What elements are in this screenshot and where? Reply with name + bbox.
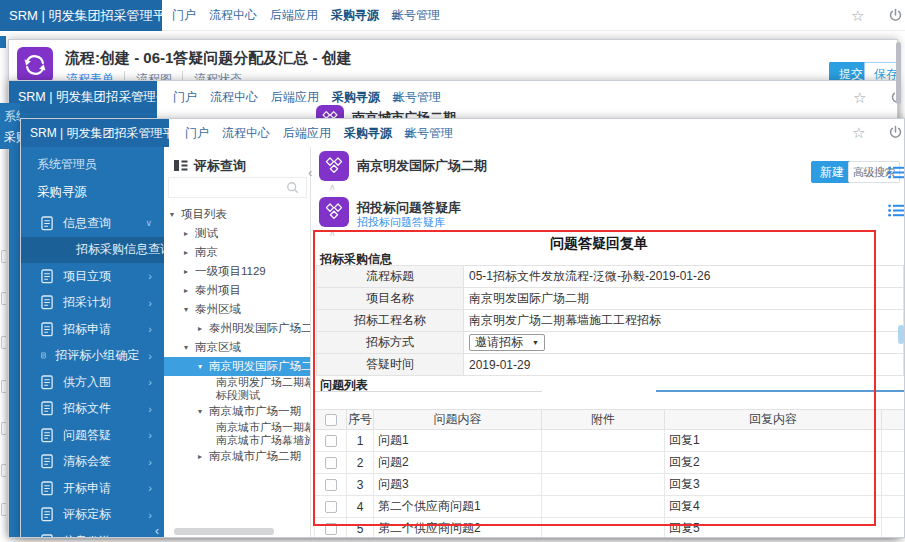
sidebar-module[interactable]: 采购寻源 bbox=[37, 184, 164, 201]
tree-caret-icon[interactable]: ▾ bbox=[184, 305, 195, 314]
tree-search-input[interactable] bbox=[168, 177, 307, 198]
sidebar-menu-item[interactable]: 信息发送 › bbox=[21, 528, 164, 538]
tree-node[interactable]: ▸南京城市广场二期 bbox=[164, 447, 311, 466]
row-checkbox[interactable] bbox=[325, 479, 337, 491]
list-view-icon[interactable] bbox=[888, 166, 904, 179]
row-checkbox[interactable] bbox=[325, 523, 337, 535]
nav-item[interactable]: 采购寻源 bbox=[331, 7, 379, 24]
question-content: 问题1 bbox=[374, 430, 542, 452]
row-checkbox[interactable] bbox=[325, 457, 337, 469]
table-header-cell: 序号 bbox=[347, 410, 374, 430]
sidebar-menu-item[interactable]: 问题答疑 › bbox=[21, 422, 164, 449]
menu-icon[interactable]: ≡ bbox=[404, 125, 413, 142]
tree-caret-icon[interactable]: ▾ bbox=[198, 407, 209, 416]
sidebar-collapse-icon[interactable]: ‹ bbox=[155, 524, 159, 538]
tree-node[interactable]: 标段测试 bbox=[164, 389, 311, 402]
sidebar-item-label: 招评标小组确定 bbox=[55, 347, 139, 364]
tree-node[interactable]: 南京城市广场幕墙施工0311 bbox=[164, 434, 311, 447]
sidebar-menu-item[interactable]: 招标文件 › bbox=[21, 396, 164, 423]
power-icon[interactable] bbox=[888, 125, 903, 140]
new-button[interactable]: 新建 bbox=[811, 161, 853, 183]
sidebar-menu-item[interactable]: 清标会签 › bbox=[21, 449, 164, 476]
chevron-icon: › bbox=[148, 482, 152, 494]
tree-caret-icon[interactable]: ▾ bbox=[170, 210, 181, 219]
tree-node[interactable]: ▸泰州项目 bbox=[164, 281, 311, 300]
project-tree: ▾项目列表 ▸测试 ▸南京 ▸一级项目1129 ▸泰州项 bbox=[164, 205, 311, 466]
vertical-scrollbar[interactable] bbox=[896, 42, 901, 104]
tree-node[interactable]: 南京明发广场二期幕墙施工 bbox=[164, 376, 311, 389]
menu-icon[interactable]: ≡ bbox=[392, 89, 401, 106]
list-view-icon[interactable] bbox=[888, 204, 904, 217]
tree-node[interactable]: ▸测试 bbox=[164, 224, 311, 243]
favorite-icon[interactable]: ☆ bbox=[851, 7, 864, 25]
sidebar-menu-item[interactable]: 开标申请 › bbox=[21, 475, 164, 502]
sidebar-menu-item[interactable]: 招评标小组确定 › bbox=[21, 343, 164, 370]
document-icon bbox=[41, 534, 54, 538]
tree-node[interactable]: ▾南京区域 bbox=[164, 338, 311, 357]
favorite-icon[interactable]: ☆ bbox=[853, 89, 866, 107]
field-value[interactable]: 05-1招标文件发放流程-泛微-孙毅-2019-01-26▼ bbox=[469, 268, 710, 285]
row-number: 2 bbox=[347, 452, 374, 474]
nav-item[interactable]: 采购寻源 bbox=[332, 89, 380, 106]
tree-caret-icon[interactable]: ▸ bbox=[198, 324, 209, 333]
tree-caret-icon[interactable]: ▸ bbox=[198, 452, 209, 461]
row-select-cell bbox=[315, 430, 347, 452]
qa-library-link[interactable]: 招投标问题答疑库 bbox=[357, 215, 445, 230]
tree-node[interactable]: ▾泰州区域 bbox=[164, 300, 311, 319]
row-checkbox[interactable] bbox=[325, 435, 337, 447]
sidebar-menu-item[interactable]: 评标定标 › bbox=[21, 502, 164, 529]
row-extra bbox=[882, 496, 905, 518]
tree-caret-icon[interactable]: ▸ bbox=[184, 248, 195, 257]
nav-item[interactable]: 门户 bbox=[185, 125, 209, 142]
row-checkbox[interactable] bbox=[325, 501, 337, 513]
tree-node[interactable]: ▾南京城市广场一期 bbox=[164, 402, 311, 421]
field-value[interactable]: 南京明发国际广场二期▼ bbox=[469, 290, 589, 307]
nav-item[interactable]: 后端应用 bbox=[270, 7, 318, 24]
tree-node-label: 南京明发国际广场二期 bbox=[209, 359, 311, 374]
sidebar-menu-item[interactable]: 项目立项 › bbox=[21, 263, 164, 290]
field-label: 招标方式 bbox=[317, 332, 464, 353]
sidebar-menu-item[interactable]: 招标采购信息查询 bbox=[21, 237, 164, 264]
tree-node[interactable]: ▸泰州明发国际广场二期 bbox=[164, 319, 311, 338]
tree-node[interactable]: ▸南京 bbox=[164, 243, 311, 262]
tree-caret-icon[interactable]: ▾ bbox=[184, 343, 195, 352]
field-value[interactable]: 南京明发广场二期幕墙施工工程招标▼ bbox=[469, 312, 661, 329]
sidebar-menu-item[interactable]: 信息查询 ∨ bbox=[21, 210, 164, 237]
menu-icon[interactable]: ≡ bbox=[391, 7, 400, 24]
nav-item[interactable]: 后端应用 bbox=[283, 125, 331, 142]
power-icon[interactable] bbox=[888, 8, 903, 23]
nav-item[interactable]: 门户 bbox=[172, 7, 196, 24]
horizontal-scrollbar[interactable] bbox=[174, 528, 274, 535]
tree-caret-icon[interactable]: ▸ bbox=[184, 267, 195, 276]
nav-item[interactable]: 采购寻源 bbox=[344, 125, 392, 142]
sidebar-menu-item[interactable]: 招标申请 › bbox=[21, 316, 164, 343]
nav-item[interactable]: 门户 bbox=[173, 89, 197, 106]
tree-caret-icon[interactable]: ▸ bbox=[184, 229, 195, 238]
workflow-title: 流程:创建 - 06-1答疑问题分配及汇总 - 创建 bbox=[65, 49, 352, 68]
collapse-caret-icon[interactable]: ∧ bbox=[329, 182, 336, 192]
nav-item[interactable]: 流程中心 bbox=[222, 125, 270, 142]
tree-node[interactable]: ▸一级项目1129 bbox=[164, 262, 311, 281]
form-scrollbar-thumb[interactable] bbox=[898, 325, 904, 344]
reply-content: 回复3 bbox=[665, 474, 882, 496]
select-arrow-icon: ▼ bbox=[532, 339, 539, 346]
sidebar-item-label: 信息查询 bbox=[63, 215, 111, 232]
panel-collapse-icon[interactable]: ‹ bbox=[308, 165, 312, 180]
tree-node[interactable]: 南京城市广场一期幕墙施工 bbox=[164, 421, 311, 434]
nav-item[interactable]: 流程中心 bbox=[210, 89, 258, 106]
tree-caret-icon[interactable]: ▾ bbox=[198, 362, 209, 371]
nav-item[interactable]: 流程中心 bbox=[209, 7, 257, 24]
field-value[interactable]: 2019-01-29▼ bbox=[469, 358, 530, 372]
sidebar-menu-item[interactable]: 招采计划 › bbox=[21, 290, 164, 317]
select-all-checkbox[interactable] bbox=[325, 414, 337, 426]
chevron-icon: ∨ bbox=[145, 218, 152, 228]
tree-caret-icon[interactable]: ▸ bbox=[184, 286, 195, 295]
favorite-icon[interactable]: ☆ bbox=[852, 124, 865, 142]
field-value[interactable]: 邀请招标▼ bbox=[469, 334, 545, 351]
sidebar-menu-item[interactable]: 供方入围 › bbox=[21, 369, 164, 396]
reply-content: 回复1 bbox=[665, 430, 882, 452]
tree-node[interactable]: ▾项目列表 bbox=[164, 205, 311, 224]
bidding-info-fields: 流程标题 05-1招标文件发放流程-泛微-孙毅-2019-01-26▼ 项目名称 bbox=[316, 265, 904, 376]
nav-item[interactable]: 后端应用 bbox=[271, 89, 319, 106]
tree-node[interactable]: ▾南京明发国际广场二期 bbox=[164, 357, 311, 376]
